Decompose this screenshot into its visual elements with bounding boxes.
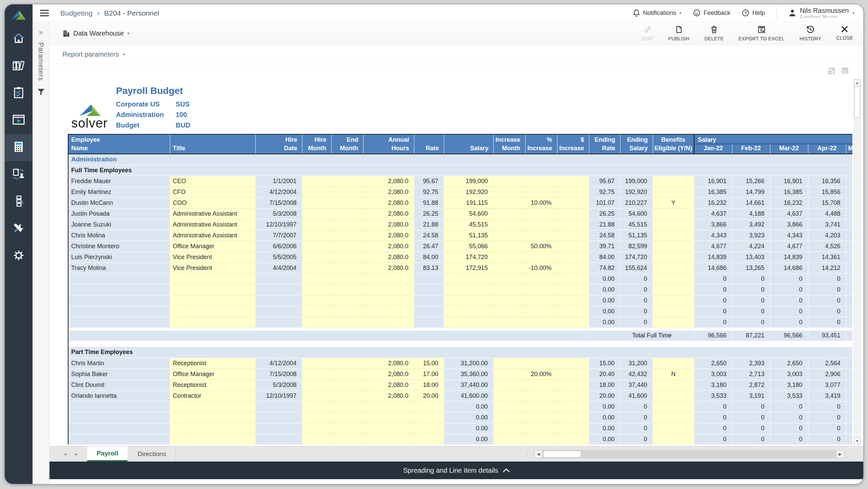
cell-hire_month[interactable] <box>302 379 331 390</box>
cell-increase_month[interactable] <box>493 434 525 445</box>
cell-annual_hours[interactable]: 2,080.0 <box>363 208 414 219</box>
cell-annual_hours[interactable]: 2,080.0 <box>363 390 414 401</box>
cell-title[interactable]: CEO <box>170 176 255 187</box>
cell-hire_month[interactable] <box>302 306 331 317</box>
cell-end_month[interactable] <box>331 401 363 412</box>
cell-benefits[interactable] <box>653 390 694 401</box>
cell-title[interactable]: Receptionist <box>170 379 255 390</box>
close-button[interactable]: CLOSE <box>836 25 853 41</box>
grid-view-icon[interactable] <box>841 67 849 75</box>
history-button[interactable]: HISTORY <box>800 25 822 41</box>
cell-increase_month[interactable] <box>493 208 525 219</box>
cell-benefits[interactable] <box>653 423 694 434</box>
cell-rate[interactable]: 17.00 <box>414 369 444 379</box>
cell-end_month[interactable] <box>331 262 363 273</box>
cell-dollar_increase[interactable] <box>557 187 589 197</box>
cell-benefits[interactable] <box>653 273 694 284</box>
cell-increase_month[interactable] <box>493 423 525 434</box>
cell-annual_hours[interactable] <box>363 306 414 317</box>
horizontal-scroll-track[interactable] <box>542 450 836 458</box>
cell-increase_month[interactable] <box>493 401 525 412</box>
cell-rate[interactable] <box>414 434 444 445</box>
cell-benefits[interactable]: N <box>653 369 694 379</box>
cell-pct_increase[interactable] <box>525 401 557 412</box>
cell-dollar_increase[interactable] <box>557 252 589 262</box>
cell-dollar_increase[interactable] <box>557 306 589 317</box>
cell-end_month[interactable] <box>331 273 363 284</box>
cell-end_month[interactable] <box>331 230 363 241</box>
cell-pct_increase[interactable] <box>525 176 557 187</box>
cell-hire_month[interactable] <box>302 197 331 208</box>
cell-salary[interactable]: 54,600 <box>444 208 493 219</box>
cell-title[interactable]: Administrative Assistant <box>170 219 255 230</box>
cell-dollar_increase[interactable] <box>557 219 589 230</box>
cell-pct_increase[interactable] <box>525 273 557 284</box>
cell-dollar_increase[interactable] <box>557 369 589 379</box>
cell-title[interactable] <box>170 401 255 412</box>
cell-increase_month[interactable] <box>493 412 525 423</box>
expand-icon[interactable] <box>827 67 835 75</box>
cell-pct_increase[interactable] <box>525 412 557 423</box>
cell-salary[interactable]: 55,066 <box>444 241 493 252</box>
cell-title[interactable]: Vice President <box>170 262 255 273</box>
cell-salary[interactable]: 172,915 <box>444 262 493 273</box>
cell-dollar_increase[interactable] <box>557 241 589 252</box>
cell-end_month[interactable] <box>331 369 363 379</box>
cell-salary[interactable] <box>444 295 493 306</box>
cell-increase_month[interactable] <box>493 295 525 306</box>
cell-annual_hours[interactable] <box>363 273 414 284</box>
cell-hire_month[interactable] <box>302 390 331 401</box>
cell-title[interactable]: Vice President <box>170 252 255 262</box>
cell-salary[interactable] <box>444 306 493 317</box>
data-warehouse-dropdown[interactable]: Data Warehouse ▾ <box>62 30 130 37</box>
cell-end_month[interactable] <box>331 358 363 369</box>
cell-salary[interactable] <box>444 273 493 284</box>
cell-rate[interactable]: 20.00 <box>414 390 444 401</box>
cell-dollar_increase[interactable] <box>557 197 589 208</box>
cell-annual_hours[interactable]: 2,080.0 <box>363 252 414 262</box>
cell-dollar_increase[interactable] <box>557 434 589 445</box>
cell-end_month[interactable] <box>331 284 363 295</box>
cell-title[interactable]: Office Manager <box>170 369 255 379</box>
cell-end_month[interactable] <box>331 219 363 230</box>
cell-hire_month[interactable] <box>302 434 331 445</box>
cell-title[interactable] <box>170 423 255 434</box>
cell-annual_hours[interactable]: 2,080.0 <box>363 187 414 197</box>
cell-increase_month[interactable] <box>493 252 525 262</box>
cell-benefits[interactable] <box>653 187 694 197</box>
cell-benefits[interactable] <box>653 358 694 369</box>
edit-button[interactable]: EDIT <box>642 25 653 41</box>
sidebar-item-library[interactable] <box>5 53 33 80</box>
cell-salary[interactable]: 192,920 <box>444 187 493 197</box>
cell-increase_month[interactable] <box>493 219 525 230</box>
cell-salary[interactable] <box>444 284 493 295</box>
scroll-down-button[interactable]: ▼ <box>854 437 860 444</box>
cell-annual_hours[interactable]: 2,080.0 <box>363 176 414 187</box>
vertical-scrollbar[interactable]: ▲ ▼ <box>854 79 861 445</box>
cell-rate[interactable]: 18.00 <box>414 379 444 390</box>
sidebar-item-tasks[interactable] <box>5 80 33 107</box>
cell-title[interactable]: Administrative Assistant <box>170 208 255 219</box>
cell-benefits[interactable] <box>653 401 694 412</box>
cell-increase_month[interactable] <box>493 358 525 369</box>
horizontal-scroll-thumb[interactable] <box>543 451 581 457</box>
cell-hire_month[interactable] <box>302 176 331 187</box>
cell-end_month[interactable] <box>331 317 363 328</box>
cell-benefits[interactable] <box>653 412 694 423</box>
cell-dollar_increase[interactable] <box>557 176 589 187</box>
sidebar-item-admin-tools[interactable] <box>5 215 33 242</box>
cell-dollar_increase[interactable] <box>557 284 589 295</box>
cell-end_month[interactable] <box>331 187 363 197</box>
notifications-menu[interactable]: Notifications ▾ <box>633 9 682 17</box>
cell-increase_month[interactable] <box>493 379 525 390</box>
cell-end_month[interactable] <box>331 390 363 401</box>
cell-increase_month[interactable] <box>493 241 525 252</box>
cell-title[interactable]: Receptionist <box>170 358 255 369</box>
sidebar-item-reporting[interactable] <box>5 107 33 134</box>
cell-increase_month[interactable] <box>493 369 525 379</box>
cell-increase_month[interactable] <box>493 262 525 273</box>
cell-title[interactable] <box>170 295 255 306</box>
cell-pct_increase[interactable]: 10.00% <box>525 197 557 208</box>
cell-benefits[interactable] <box>653 434 694 445</box>
cell-title[interactable] <box>170 412 255 423</box>
